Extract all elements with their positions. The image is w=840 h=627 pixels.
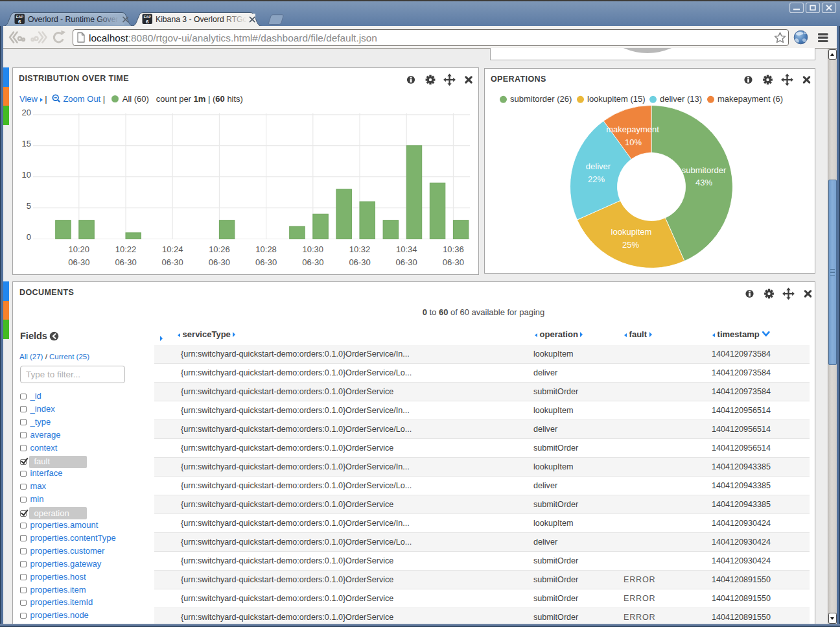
- svg-text:10: 10: [22, 169, 31, 179]
- svg-text:10:30: 10:30: [303, 244, 324, 254]
- svg-text:10:28: 10:28: [255, 244, 277, 254]
- svg-text:43%: 43%: [695, 178, 712, 187]
- svg-text:06-30: 06-30: [209, 257, 230, 266]
- svg-text:06-30: 06-30: [115, 257, 136, 266]
- svg-text:lookupitem: lookupitem: [611, 227, 652, 237]
- svg-text:deliver: deliver: [586, 161, 611, 171]
- svg-text:10%: 10%: [625, 137, 642, 147]
- svg-text:20: 20: [22, 107, 31, 117]
- svg-text:06-30: 06-30: [443, 257, 464, 266]
- svg-text:15: 15: [22, 138, 31, 148]
- svg-text:06-30: 06-30: [162, 257, 183, 266]
- svg-text:0: 0: [27, 231, 31, 241]
- svg-text:06-30: 06-30: [68, 257, 89, 266]
- svg-text:06-30: 06-30: [396, 257, 417, 266]
- svg-text:makepayment: makepayment: [606, 124, 659, 134]
- svg-text:10:34: 10:34: [396, 244, 417, 254]
- svg-text:25%: 25%: [622, 240, 639, 250]
- svg-text:5: 5: [27, 200, 31, 210]
- svg-text:submitorder (26): submitorder (26): [510, 93, 572, 103]
- svg-text:submitorder: submitorder: [682, 165, 727, 175]
- svg-text:lookupitem (15): lookupitem (15): [587, 93, 646, 103]
- svg-text:06-30: 06-30: [349, 257, 370, 266]
- svg-text:10:32: 10:32: [349, 244, 371, 254]
- svg-text:06-30: 06-30: [255, 257, 277, 266]
- svg-text:6: 6: [146, 19, 149, 25]
- svg-text:10:20: 10:20: [69, 244, 90, 254]
- svg-text:10:22: 10:22: [115, 244, 137, 254]
- svg-text:10:36: 10:36: [443, 244, 464, 254]
- svg-text:10:26: 10:26: [209, 244, 230, 254]
- svg-text:10:24: 10:24: [162, 244, 183, 254]
- svg-text:22%: 22%: [588, 174, 605, 184]
- svg-text:deliver (13): deliver (13): [660, 93, 702, 103]
- svg-text:6: 6: [18, 19, 21, 25]
- svg-text:makepayment (6): makepayment (6): [718, 93, 783, 103]
- svg-text:06-30: 06-30: [302, 257, 323, 266]
